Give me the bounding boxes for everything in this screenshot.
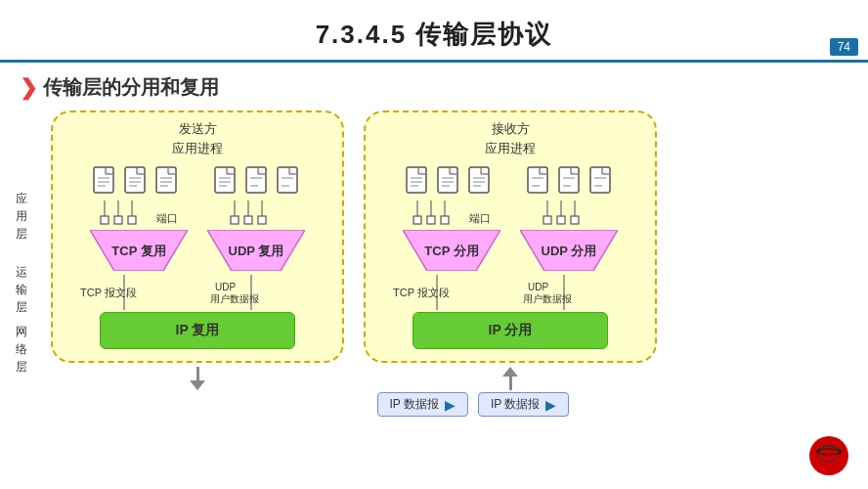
svg-rect-62 [590, 167, 610, 193]
receiver-box: 接收方 应用进程 [364, 111, 657, 363]
svg-rect-34 [258, 216, 266, 224]
page-title: 7.3.4.5 传输层协议 [0, 18, 868, 52]
sender-doc-row [66, 163, 328, 197]
section-title: ❯ 传输层的分用和复用 [20, 74, 848, 101]
sender-ip-label: IP 复用 [176, 322, 220, 339]
svg-rect-70 [441, 216, 449, 224]
packet-arrow-icon-2: ▶ [545, 397, 556, 413]
page-header: 7.3.4.5 传输层协议 74 [0, 0, 868, 63]
svg-text:端口: 端口 [156, 212, 178, 224]
receiver-subtitle: 应用进程 [379, 140, 641, 157]
sender-ip-row: IP 复用 [66, 312, 328, 349]
doc-icon [123, 163, 151, 197]
svg-text:UDP: UDP [215, 282, 236, 292]
layer-app-label: 应用层 [16, 177, 47, 255]
svg-rect-19 [278, 167, 297, 193]
svg-rect-26 [114, 216, 122, 224]
receiver-title: 接收方 [379, 120, 641, 138]
svg-rect-0 [94, 167, 113, 193]
sender-udp-funnel: UDP 复用 [207, 230, 305, 271]
doc-icon [276, 163, 303, 197]
ip-packet-row: IP 数据报 ▶ IP 数据报 ▶ [78, 392, 868, 417]
svg-point-92 [819, 450, 839, 455]
doc-icon [436, 163, 463, 197]
svg-text:用户数据报: 用户数据报 [210, 293, 259, 304]
svg-rect-27 [128, 216, 136, 224]
svg-text:用户数据报: 用户数据报 [523, 293, 572, 304]
receiver-segment-area: TCP 报文段 UDP 用户数据报 [379, 275, 641, 310]
svg-rect-16 [246, 167, 266, 193]
svg-rect-8 [156, 167, 176, 193]
svg-rect-56 [528, 167, 547, 193]
doc-icon [244, 163, 272, 197]
svg-rect-48 [438, 167, 457, 193]
svg-rect-52 [469, 167, 489, 193]
ip-packet-label-1: IP 数据报 [390, 396, 439, 413]
section-title-text: 传输层的分用和复用 [43, 74, 219, 101]
redhat-logo [807, 434, 850, 477]
svg-rect-75 [543, 216, 551, 224]
svg-rect-44 [407, 167, 426, 193]
layer-transport-label: 运输层 [16, 255, 47, 324]
svg-text:UDP 分用: UDP 分用 [542, 244, 597, 258]
svg-rect-68 [413, 216, 421, 224]
sender-tcp-funnel: TCP 复用 [90, 230, 188, 271]
svg-text:TCP 报文段: TCP 报文段 [80, 287, 137, 298]
receiver-port-area: 端口 [379, 200, 641, 228]
packet-arrow-icon: ▶ [445, 397, 456, 413]
doc-icon [467, 163, 495, 197]
svg-text:TCP 复用: TCP 复用 [111, 244, 165, 258]
svg-rect-4 [125, 167, 145, 193]
sender-doc-group-left [92, 163, 182, 197]
svg-rect-77 [571, 216, 579, 224]
page-number: 74 [830, 38, 858, 56]
svg-text:UDP: UDP [528, 282, 548, 292]
sender-doc-group-right [213, 163, 303, 197]
svg-text:端口: 端口 [469, 212, 491, 224]
svg-rect-76 [557, 216, 565, 224]
sender-title: 发送方 [66, 120, 328, 138]
ip-packet-1: IP 数据报 ▶ [377, 392, 468, 417]
sender-funnel-row: TCP 复用 UDP 复用 [66, 230, 328, 271]
sender-box: 发送方 应用进程 [51, 111, 344, 363]
svg-text:UDP 复用: UDP 复用 [229, 244, 284, 258]
receiver-udp-funnel: UDP 分用 [520, 230, 618, 271]
receiver-doc-group-right [526, 163, 616, 197]
svg-rect-12 [215, 167, 235, 193]
receiver-doc-row [379, 163, 641, 197]
doc-icon [405, 163, 432, 197]
sender-arrow [190, 367, 205, 390]
svg-rect-33 [244, 216, 252, 224]
ip-packet-2: IP 数据报 ▶ [478, 392, 569, 417]
layer-labels: 应用层 运输层 网络层 [16, 138, 47, 375]
svg-rect-32 [231, 216, 239, 224]
sender-port-area: 端口 [66, 200, 328, 228]
doc-icon [557, 163, 585, 197]
doc-icon [154, 163, 182, 197]
layer-network-label: 网络层 [16, 324, 47, 375]
receiver-funnel-row: TCP 分用 UDP 分用 [379, 230, 641, 271]
section-arrow-icon: ❯ [20, 75, 37, 101]
diagrams-container: 发送方 应用进程 [51, 111, 657, 390]
doc-icon [213, 163, 240, 197]
receiver-diagram: 接收方 应用进程 [364, 111, 657, 390]
receiver-tcp-funnel: TCP 分用 [403, 230, 500, 271]
ip-packet-label-2: IP 数据报 [491, 396, 540, 413]
doc-icon [92, 163, 119, 197]
sender-subtitle: 应用进程 [66, 140, 328, 157]
doc-icon [526, 163, 553, 197]
receiver-arrow [502, 367, 518, 390]
receiver-doc-group-left [405, 163, 495, 197]
receiver-ip-row: IP 分用 [379, 312, 641, 349]
sender-diagram: 发送方 应用进程 [51, 111, 344, 390]
receiver-ip-label: IP 分用 [489, 322, 533, 339]
receiver-ip-box: IP 分用 [412, 312, 608, 349]
doc-icon [588, 163, 616, 197]
svg-text:TCP 分用: TCP 分用 [424, 244, 478, 258]
sender-ip-box: IP 复用 [100, 312, 295, 349]
svg-rect-59 [559, 167, 579, 193]
sender-segment-area: TCP 报文段 UDP 用户数据报 [66, 275, 328, 310]
svg-rect-69 [427, 216, 435, 224]
svg-text:TCP 报文段: TCP 报文段 [393, 287, 450, 298]
svg-rect-25 [101, 216, 108, 224]
